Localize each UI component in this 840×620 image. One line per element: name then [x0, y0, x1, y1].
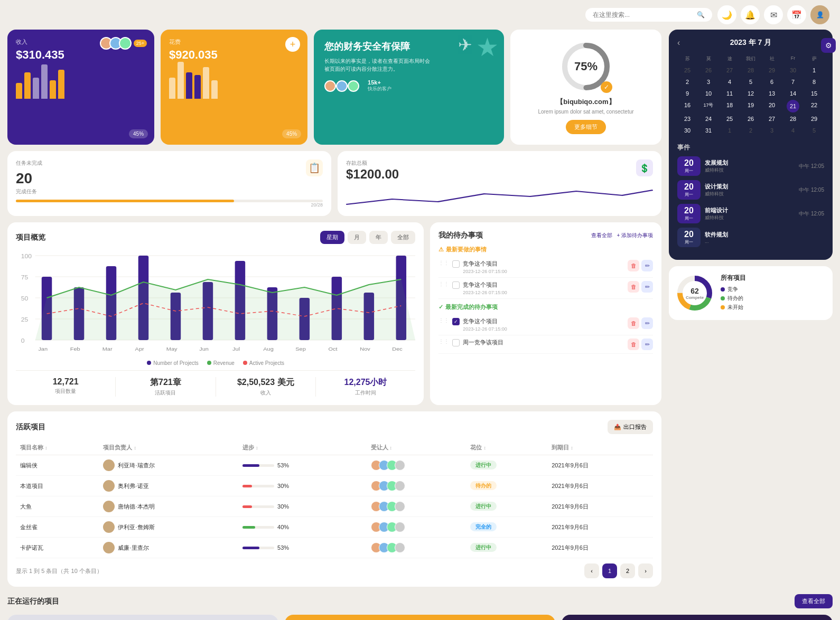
cal-day[interactable]: 12 [741, 88, 761, 99]
cal-day[interactable]: 15 [804, 88, 824, 99]
revenue-amount: $310.435 [16, 48, 146, 62]
mail-button[interactable]: ✉ [764, 5, 783, 24]
filter-tab-year[interactable]: 年 [369, 231, 388, 244]
cal-day[interactable]: 1 [720, 125, 740, 136]
todo-done-label: ✓ 最新完成的待办事项 [438, 303, 653, 311]
todo-checkbox-2[interactable] [452, 281, 460, 289]
expense-bars [169, 78, 299, 99]
cal-day[interactable]: 29 [804, 114, 824, 124]
todo-view-all-link[interactable]: 查看全部 [591, 232, 612, 239]
todo-delete-button-2[interactable]: 🗑 [628, 281, 639, 293]
cal-day-today[interactable]: 21 [787, 100, 799, 112]
col-progress: 进步 ↕ [238, 440, 366, 455]
cal-day[interactable]: 26 [698, 65, 718, 76]
todo-delete-button-4[interactable]: 🗑 [628, 339, 639, 350]
calendar-button[interactable]: 📅 [787, 5, 806, 24]
drag-handle-icon[interactable]: ⋮⋮ [438, 260, 449, 266]
todo-delete-button-1[interactable]: 🗑 [628, 260, 639, 271]
page-2-button[interactable]: 2 [620, 563, 635, 578]
cal-day[interactable]: 6 [762, 77, 782, 87]
cal-day[interactable]: 30 [783, 65, 803, 76]
cal-day[interactable]: 18 [720, 100, 740, 112]
project-status-cell: 进行中 [466, 455, 547, 476]
filter-tab-month[interactable]: 月 [348, 231, 366, 244]
cal-day[interactable]: 4 [783, 125, 803, 136]
todo-delete-button-3[interactable]: 🗑 [628, 317, 639, 329]
cal-day[interactable]: 2 [677, 77, 697, 87]
circle-desc: Lorem ipsum dolor sat amet, consectetur [538, 109, 633, 115]
svg-text:Mar: Mar [102, 346, 113, 352]
notifications-button[interactable]: 🔔 [741, 5, 760, 24]
drag-handle-icon-2[interactable]: ⋮⋮ [438, 281, 449, 287]
cal-day[interactable]: 4 [720, 77, 740, 87]
cal-day[interactable]: 3 [762, 125, 782, 136]
drag-handle-icon-3[interactable]: ⋮⋮ [438, 317, 449, 323]
cal-day[interactable]: 27 [762, 114, 782, 124]
cal-day[interactable]: 25 [720, 114, 740, 124]
filter-tab-week[interactable]: 星期 [320, 231, 344, 244]
cal-day[interactable]: 3 [698, 77, 718, 87]
col-assignee: 受让人 ↕ [367, 440, 466, 455]
todo-add-link[interactable]: + 添加待办事项 [617, 232, 653, 239]
todo-edit-button-1[interactable]: ✏ [641, 260, 653, 271]
event-date-badge-3: 20 周一 [677, 204, 701, 223]
search-input[interactable] [593, 11, 693, 18]
todo-checkbox-3[interactable]: ✓ [452, 318, 460, 325]
calendar-settings-icon[interactable]: ⚙ [821, 38, 836, 53]
drag-handle-icon-4[interactable]: ⋮⋮ [438, 339, 449, 344]
todo-date-2: 2023-12-26 07:15:00 [463, 290, 624, 295]
cal-day[interactable]: 27 [720, 65, 740, 76]
cal-day[interactable]: 28 [741, 65, 761, 76]
cal-day[interactable]: 19 [741, 100, 761, 112]
cal-day[interactable]: 10 [698, 88, 718, 99]
svg-text:100: 100 [21, 253, 32, 259]
cal-day[interactable]: 5 [804, 125, 824, 136]
cal-day[interactable]: 28 [783, 114, 803, 124]
page-1-button[interactable]: 1 [602, 563, 617, 578]
cal-day[interactable]: 31 [698, 125, 718, 136]
todo-checkbox-4[interactable] [452, 339, 460, 346]
donut-center: 62 Compete [686, 287, 704, 300]
cal-day[interactable]: 20 [762, 100, 782, 112]
prev-page-button[interactable]: ‹ [584, 563, 599, 578]
cal-day[interactable]: 11 [720, 88, 740, 99]
dark-mode-button[interactable]: 🌙 [717, 5, 736, 24]
user-avatar-button[interactable]: 👤 [810, 5, 829, 24]
search-box[interactable]: 🔍 [585, 8, 712, 22]
cal-day[interactable]: 25 [677, 65, 697, 76]
cal-day[interactable]: 26 [741, 114, 761, 124]
cal-day[interactable]: 22 [804, 100, 824, 112]
view-all-projects-button[interactable]: 查看全部 [795, 594, 833, 608]
cal-day[interactable]: 1 [804, 65, 824, 76]
project-name-cell: 卡萨诺瓦 [16, 538, 99, 558]
circle-card: 75% ✓ 【biqubiqo.com】 Lorem ipsum dolor s… [510, 30, 661, 145]
cal-day[interactable]: 7 [783, 77, 803, 87]
event-item-3: 20 周一 前端设计 威特科技 中午 12:05 [677, 204, 824, 223]
cal-day[interactable]: 13 [762, 88, 782, 99]
circle-details-button[interactable]: 更多细节 [566, 120, 606, 134]
cal-day[interactable]: 9 [677, 88, 697, 99]
cal-day[interactable]: 2 [741, 125, 761, 136]
cal-day[interactable]: 14 [783, 88, 803, 99]
todo-edit-button-2[interactable]: ✏ [641, 281, 653, 293]
left-panel: 收入 $310.435 25+ 45% [7, 30, 661, 587]
todo-checkbox-1[interactable] [452, 260, 460, 268]
todo-edit-button-3[interactable]: ✏ [641, 317, 653, 329]
todo-actions: 查看全部 + 添加待办事项 [591, 232, 653, 239]
filter-tab-all[interactable]: 全部 [391, 231, 415, 244]
project-assignee-cell [367, 476, 466, 496]
export-report-button[interactable]: 📤 出口报告 [608, 420, 653, 434]
cal-day[interactable]: 29 [762, 65, 782, 76]
cal-day[interactable]: 30 [677, 125, 697, 136]
next-page-button[interactable]: › [638, 563, 653, 578]
project-owner-cell: 伊利亚·詹姆斯 [99, 517, 238, 538]
cal-day[interactable]: 8 [804, 77, 824, 87]
cal-day[interactable]: 16 [677, 100, 697, 112]
cal-day[interactable]: 17号 [698, 100, 718, 112]
cal-day[interactable]: 23 [677, 114, 697, 124]
expense-add-button[interactable]: + [285, 37, 300, 52]
cal-prev-button[interactable]: ‹ [677, 38, 680, 48]
todo-edit-button-4[interactable]: ✏ [641, 339, 653, 350]
cal-day[interactable]: 24 [698, 114, 718, 124]
cal-day[interactable]: 5 [741, 77, 761, 87]
